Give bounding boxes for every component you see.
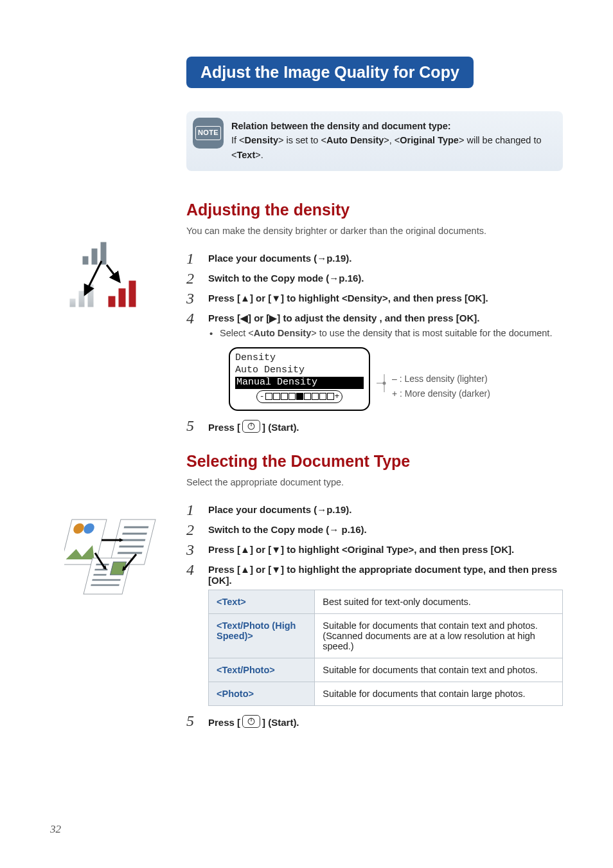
page-number: 32	[50, 823, 61, 836]
svg-point-25	[383, 382, 386, 385]
section-heading-density: Adjusting the density	[186, 201, 563, 219]
density-step-4: Press [◀] or [▶] to adjust the density ,…	[208, 312, 479, 323]
density-step-3: Press [▲] or [▼] to highlight <Density>,…	[208, 293, 488, 303]
lcd-line-1: Density	[235, 352, 364, 365]
table-row-1-key: <Text>	[209, 590, 315, 613]
section-heading-doctype: Selecting the Document Type	[186, 452, 563, 471]
svg-rect-0	[69, 298, 76, 307]
lcd-panel: Density Auto Density Manual Density -+	[229, 347, 370, 411]
lcd-line-3-highlighted: Manual Density	[235, 377, 364, 389]
table-row-4-key: <Photo>	[209, 682, 315, 705]
doctype-steps: Place your documents (→p.19). Switch to …	[186, 504, 563, 728]
note-box: NOTE Relation between the density and do…	[186, 111, 563, 171]
table-row-2-val: Suitable for documents that contain text…	[315, 613, 563, 658]
start-button-icon	[242, 715, 260, 728]
note-body: If <Density> is set to <Auto Density>, <…	[231, 133, 553, 162]
legend-minus: – : Less density (lighter)	[392, 372, 490, 386]
note-heading: Relation between the density and documen…	[231, 119, 553, 133]
table-row-3-val: Suitable for documents that contain text…	[315, 658, 563, 682]
table-row-4-val: Suitable for documents that contain larg…	[315, 682, 563, 705]
svg-rect-6	[108, 296, 116, 307]
svg-rect-1	[78, 291, 85, 307]
doctype-step-4: Press [▲] or [▼] to highlight the approp…	[208, 564, 557, 586]
lcd-density-bar: -+	[256, 390, 343, 403]
doctype-step-2: Switch to the Copy mode (→ p.16).	[208, 524, 367, 535]
doctype-step-5: Press [] (Start).	[208, 717, 299, 728]
doctype-table: <Text>Best suited for text-only document…	[208, 590, 563, 706]
density-lead: You can make the density brighter or dar…	[186, 226, 563, 236]
doctype-step-3: Press [▲] or [▼] to highlight <Original …	[208, 544, 514, 555]
page-title: Adjust the Image Quality for Copy	[186, 57, 474, 88]
density-step-5: Press [] (Start).	[208, 422, 299, 433]
table-row-1-val: Best suited for text-only documents.	[315, 590, 563, 613]
density-step-2: Switch to the Copy mode (→p.16).	[208, 273, 364, 284]
svg-rect-3	[82, 256, 89, 265]
density-steps: Place your documents (→p.19). Switch to …	[186, 253, 563, 433]
lcd-line-2: Auto Density	[235, 365, 364, 377]
lcd-legend: – : Less density (lighter) + : More dens…	[379, 357, 490, 401]
doctype-lead: Select the appropriate document type.	[186, 477, 563, 487]
svg-rect-8	[129, 280, 136, 307]
density-illustration	[64, 239, 154, 323]
note-icon: NOTE	[193, 118, 224, 149]
svg-rect-4	[91, 248, 98, 265]
doctype-illustration	[64, 508, 167, 598]
table-row-3-key: <Text/Photo>	[209, 658, 315, 682]
legend-plus: + : More density (darker)	[392, 386, 490, 401]
doctype-step-1: Place your documents (→p.19).	[208, 504, 351, 515]
table-row-2-key: <Text/Photo (High Speed)>	[209, 613, 315, 658]
svg-rect-7	[118, 288, 126, 307]
start-button-icon	[242, 420, 260, 433]
density-step-1: Place your documents (→p.19).	[208, 253, 351, 264]
density-step-4-bullet: Select <Auto Density> to use the density…	[220, 328, 563, 338]
